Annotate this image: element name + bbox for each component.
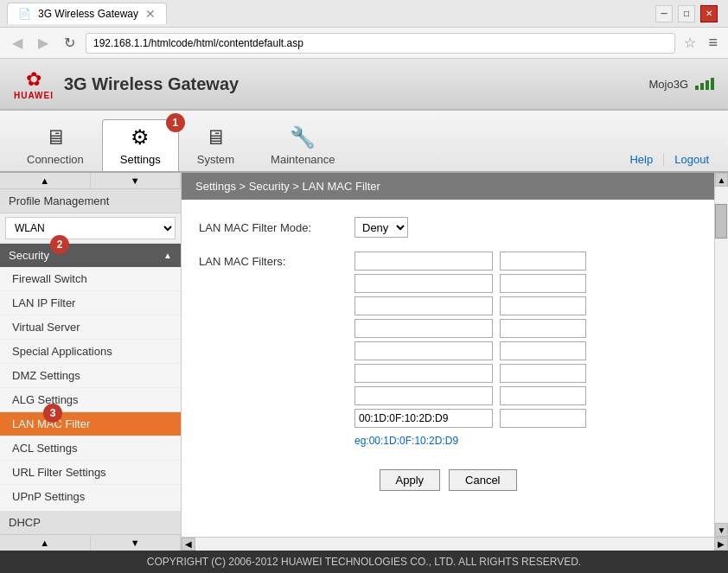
- back-button[interactable]: ◀: [7, 31, 28, 54]
- mac-input-row-4: [354, 319, 586, 338]
- footer: COPYRIGHT (C) 2006-2012 HUAWEI TECHNOLOG…: [0, 551, 728, 573]
- tab-connection[interactable]: 🖥 Connection: [9, 119, 102, 171]
- profile-management-label: Profile Management: [9, 194, 109, 207]
- tab-title: 3G Wireless Gateway: [38, 8, 138, 20]
- sidebar-scroll-up-button[interactable]: ▲: [0, 173, 91, 188]
- maintenance-icon: 🔧: [290, 125, 316, 150]
- wlan-select[interactable]: WLAN: [5, 217, 176, 239]
- logout-link[interactable]: Logout: [663, 153, 719, 166]
- maximize-button[interactable]: □: [678, 5, 695, 22]
- filter-mode-row: LAN MAC Filter Mode: Allow Deny: [199, 217, 697, 238]
- tab-settings[interactable]: ⚙ Settings 1: [102, 119, 179, 171]
- sidebar-item-url-filter-settings[interactable]: URL Filter Settings: [0, 461, 181, 485]
- tab-maintenance-label: Maintenance: [271, 153, 335, 166]
- mac-input-3b[interactable]: [500, 296, 586, 315]
- mac-hint: eg:00:1D:0F:10:2D:D9: [354, 435, 586, 447]
- mac-inputs-container: eg:00:1D:0F:10:2D:D9: [354, 251, 586, 447]
- forward-button[interactable]: ▶: [33, 31, 54, 54]
- sidebar-item-lan-ip-filter[interactable]: LAN IP Filter: [0, 291, 181, 315]
- scrollbar-up-button[interactable]: ▲: [715, 173, 728, 187]
- mac-input-4b[interactable]: [500, 319, 586, 338]
- address-bar[interactable]: [86, 33, 675, 54]
- tab-system[interactable]: 🖥 System: [179, 119, 252, 171]
- sidebar-item-special-applications[interactable]: Special Applications: [0, 340, 181, 364]
- mac-input-6a[interactable]: [354, 364, 493, 383]
- badge-1: 1: [166, 113, 185, 132]
- mac-input-row-7: [354, 386, 586, 405]
- tab-system-label: System: [197, 153, 234, 166]
- sidebar-wlan-row: WLAN: [0, 213, 181, 244]
- mac-input-4a[interactable]: [354, 319, 493, 338]
- mac-input-row-6: [354, 364, 586, 383]
- bookmark-icon: ☆: [680, 35, 699, 51]
- sidebar-scroll-top: ▲ ▼: [0, 173, 181, 189]
- minimize-button[interactable]: ─: [655, 5, 673, 22]
- sidebar-dhcp-category[interactable]: DHCP: [0, 511, 181, 535]
- mac-filters-section: LAN MAC Filters:: [199, 251, 697, 447]
- refresh-button[interactable]: ↻: [59, 31, 80, 54]
- header-user-area: Mojo3G: [648, 78, 714, 91]
- security-chevron-icon: ▲: [163, 251, 172, 260]
- scrollbar-thumb[interactable]: [715, 204, 727, 239]
- mac-input-row-8: [354, 409, 586, 428]
- content-area: Settings > Security > LAN MAC Filter LAN…: [182, 173, 714, 537]
- help-link[interactable]: Help: [619, 153, 663, 166]
- sidebar: ▲ ▼ Profile Management WLAN Security ▲: [0, 173, 182, 551]
- sidebar-bottom-scroll-down-button[interactable]: ▼: [91, 535, 182, 551]
- mac-input-row-1: [354, 251, 586, 271]
- username-label: Mojo3G: [648, 78, 688, 91]
- signal-strength-icon: [695, 78, 714, 90]
- sidebar-scroll-down-button[interactable]: ▼: [91, 173, 182, 188]
- sidebar-item-acl-settings[interactable]: ACL Settings: [0, 436, 181, 461]
- browser-menu-icon[interactable]: ≡: [705, 34, 721, 52]
- scrollbar-track: [715, 187, 728, 523]
- hscroll-left-button[interactable]: ◀: [182, 538, 195, 551]
- sidebar-item-virtual-server[interactable]: Virtual Server: [0, 315, 181, 340]
- mac-input-2a[interactable]: [354, 274, 493, 293]
- browser-tab[interactable]: 📄 3G Wireless Gateway ✕: [7, 3, 167, 24]
- bottom-scrollbar: ◀ ▶: [182, 537, 728, 551]
- cancel-button[interactable]: Cancel: [449, 469, 516, 491]
- mac-input-6b[interactable]: [500, 364, 586, 383]
- mac-input-7a[interactable]: [354, 386, 493, 405]
- sidebar-item-upnp-settings[interactable]: UPnP Settings: [0, 485, 181, 509]
- sidebar-profile-management[interactable]: Profile Management: [0, 189, 181, 213]
- sidebar-scroll-bottom: ▲ ▼: [0, 535, 181, 551]
- settings-icon: ⚙: [131, 125, 150, 150]
- badge-3: 3: [43, 404, 62, 423]
- mac-input-7b[interactable]: [500, 386, 586, 405]
- close-button[interactable]: ✕: [700, 5, 718, 22]
- mac-input-1a[interactable]: [354, 251, 493, 271]
- tab-close-button[interactable]: ✕: [145, 7, 156, 21]
- hscroll-track: [195, 538, 714, 551]
- mac-input-3a[interactable]: [354, 296, 493, 315]
- mac-input-8b[interactable]: [500, 409, 586, 428]
- tab-favicon: 📄: [18, 8, 31, 20]
- sidebar-item-dmz-settings[interactable]: DMZ Settings: [0, 364, 181, 388]
- badge-2: 2: [50, 235, 69, 254]
- sidebar-security-category[interactable]: Security ▲ 2: [0, 244, 181, 267]
- mac-input-5a[interactable]: [354, 341, 493, 360]
- mac-filters-label: LAN MAC Filters:: [199, 251, 354, 268]
- hscroll-right-button[interactable]: ▶: [714, 538, 728, 551]
- sidebar-bottom-scroll-up-button[interactable]: ▲: [0, 535, 91, 551]
- filter-mode-select[interactable]: Allow Deny: [354, 217, 408, 238]
- footer-text: COPYRIGHT (C) 2006-2012 HUAWEI TECHNOLOG…: [147, 556, 581, 568]
- mac-input-8a[interactable]: [354, 409, 493, 428]
- sidebar-item-firewall-switch[interactable]: Firewall Switch: [0, 267, 181, 291]
- security-category-label: Security: [9, 249, 49, 262]
- scrollbar-down-button[interactable]: ▼: [715, 523, 728, 537]
- sidebar-item-alg-settings[interactable]: ALG Settings: [0, 388, 181, 412]
- right-scrollbar: ▲ ▼: [714, 173, 728, 537]
- connection-icon: 🖥: [45, 125, 66, 150]
- sidebar-item-lan-mac-filter[interactable]: LAN MAC Filter 3: [0, 412, 181, 436]
- mac-input-5b[interactable]: [500, 341, 586, 360]
- nav-links: Help Logout: [619, 153, 719, 171]
- huawei-logo: ✿ HUAWEI: [14, 68, 54, 100]
- mac-input-2b[interactable]: [500, 274, 586, 293]
- tab-maintenance[interactable]: 🔧 Maintenance: [252, 119, 353, 171]
- apply-button[interactable]: Apply: [380, 469, 441, 491]
- mac-input-1b[interactable]: [500, 251, 586, 271]
- form-actions: Apply Cancel: [199, 461, 697, 491]
- tab-settings-label: Settings: [120, 153, 161, 166]
